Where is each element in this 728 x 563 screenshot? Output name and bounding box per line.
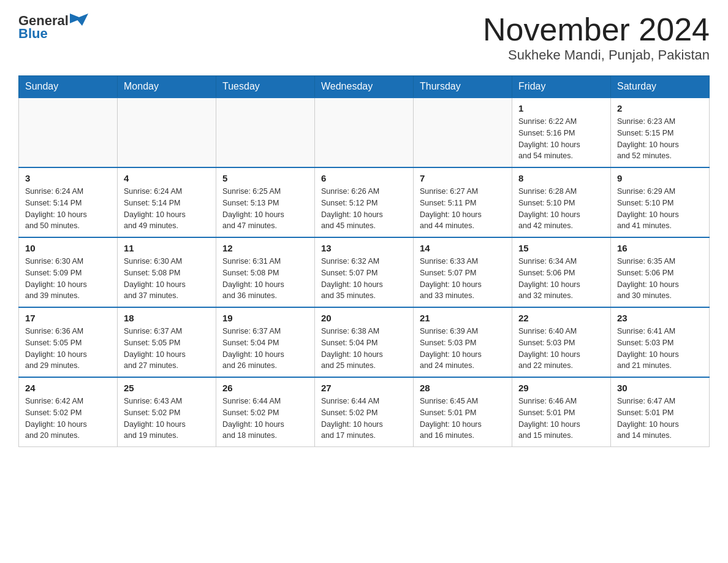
day-info: Sunrise: 6:30 AMSunset: 5:08 PMDaylight:…: [124, 256, 210, 302]
calendar-cell: 29Sunrise: 6:46 AMSunset: 5:01 PMDayligh…: [512, 377, 611, 447]
day-number: 26: [222, 383, 308, 393]
logo-flag-icon: [70, 13, 89, 29]
calendar-cell: [216, 98, 315, 167]
day-number: 23: [617, 313, 703, 323]
day-number: 15: [518, 243, 604, 253]
day-number: 21: [420, 313, 506, 323]
calendar-cell: 3Sunrise: 6:24 AMSunset: 5:14 PMDaylight…: [19, 167, 118, 237]
day-info: Sunrise: 6:35 AMSunset: 5:06 PMDaylight:…: [617, 256, 703, 302]
day-number: 14: [420, 243, 506, 253]
day-number: 3: [25, 173, 111, 183]
calendar-cell: [414, 98, 512, 167]
day-number: 4: [124, 173, 210, 183]
calendar-subtitle: Sukheke Mandi, Punjab, Pakistan: [483, 47, 710, 63]
calendar-cell: 22Sunrise: 6:40 AMSunset: 5:03 PMDayligh…: [512, 307, 611, 377]
day-number: 29: [518, 383, 604, 393]
calendar-cell: 27Sunrise: 6:44 AMSunset: 5:02 PMDayligh…: [315, 377, 414, 447]
day-info: Sunrise: 6:31 AMSunset: 5:08 PMDaylight:…: [222, 256, 308, 302]
calendar-cell: [19, 98, 118, 167]
day-info: Sunrise: 6:37 AMSunset: 5:05 PMDaylight:…: [124, 326, 210, 372]
day-number: 28: [420, 383, 506, 393]
column-header-wednesday: Wednesday: [315, 76, 414, 98]
calendar-cell: 18Sunrise: 6:37 AMSunset: 5:05 PMDayligh…: [118, 307, 216, 377]
calendar-cell: 11Sunrise: 6:30 AMSunset: 5:08 PMDayligh…: [118, 237, 216, 307]
day-info: Sunrise: 6:40 AMSunset: 5:03 PMDaylight:…: [518, 326, 604, 372]
day-number: 5: [222, 173, 308, 183]
day-info: Sunrise: 6:32 AMSunset: 5:07 PMDaylight:…: [321, 256, 407, 302]
calendar-cell: 26Sunrise: 6:44 AMSunset: 5:02 PMDayligh…: [216, 377, 315, 447]
day-info: Sunrise: 6:42 AMSunset: 5:02 PMDaylight:…: [25, 396, 111, 442]
calendar-cell: 9Sunrise: 6:29 AMSunset: 5:10 PMDaylight…: [611, 167, 710, 237]
column-header-sunday: Sunday: [19, 76, 118, 98]
day-number: 1: [518, 103, 604, 113]
day-number: 18: [124, 313, 210, 323]
calendar-cell: 10Sunrise: 6:30 AMSunset: 5:09 PMDayligh…: [19, 237, 118, 307]
day-number: 20: [321, 313, 407, 323]
day-info: Sunrise: 6:27 AMSunset: 5:11 PMDaylight:…: [420, 186, 506, 232]
day-number: 7: [420, 173, 506, 183]
week-row-2: 3Sunrise: 6:24 AMSunset: 5:14 PMDaylight…: [19, 167, 710, 237]
day-number: 10: [25, 243, 111, 253]
calendar-cell: 2Sunrise: 6:23 AMSunset: 5:15 PMDaylight…: [611, 98, 710, 167]
day-number: 19: [222, 313, 308, 323]
calendar-cell: 13Sunrise: 6:32 AMSunset: 5:07 PMDayligh…: [315, 237, 414, 307]
calendar-title: November 2024: [483, 12, 710, 47]
day-info: Sunrise: 6:41 AMSunset: 5:03 PMDaylight:…: [617, 326, 703, 372]
column-header-friday: Friday: [512, 76, 611, 98]
calendar-cell: 16Sunrise: 6:35 AMSunset: 5:06 PMDayligh…: [611, 237, 710, 307]
day-info: Sunrise: 6:25 AMSunset: 5:13 PMDaylight:…: [222, 186, 308, 232]
day-info: Sunrise: 6:45 AMSunset: 5:01 PMDaylight:…: [420, 396, 506, 442]
day-number: 22: [518, 313, 604, 323]
calendar-cell: 5Sunrise: 6:25 AMSunset: 5:13 PMDaylight…: [216, 167, 315, 237]
calendar-cell: 4Sunrise: 6:24 AMSunset: 5:14 PMDaylight…: [118, 167, 216, 237]
calendar-cell: [118, 98, 216, 167]
column-header-saturday: Saturday: [611, 76, 710, 98]
title-block: November 2024 Sukheke Mandi, Punjab, Pak…: [483, 12, 710, 63]
calendar-cell: 24Sunrise: 6:42 AMSunset: 5:02 PMDayligh…: [19, 377, 118, 447]
day-info: Sunrise: 6:34 AMSunset: 5:06 PMDaylight:…: [518, 256, 604, 302]
calendar-cell: 15Sunrise: 6:34 AMSunset: 5:06 PMDayligh…: [512, 237, 611, 307]
svg-marker-1: [76, 13, 88, 26]
day-number: 30: [617, 383, 703, 393]
day-number: 13: [321, 243, 407, 253]
day-info: Sunrise: 6:22 AMSunset: 5:16 PMDaylight:…: [518, 116, 604, 162]
calendar-cell: 12Sunrise: 6:31 AMSunset: 5:08 PMDayligh…: [216, 237, 315, 307]
day-number: 8: [518, 173, 604, 183]
column-header-thursday: Thursday: [414, 76, 512, 98]
day-number: 6: [321, 173, 407, 183]
calendar-cell: 14Sunrise: 6:33 AMSunset: 5:07 PMDayligh…: [414, 237, 512, 307]
logo-blue-text: Blue: [18, 27, 48, 40]
calendar-cell: 6Sunrise: 6:26 AMSunset: 5:12 PMDaylight…: [315, 167, 414, 237]
day-info: Sunrise: 6:24 AMSunset: 5:14 PMDaylight:…: [124, 186, 210, 232]
calendar-cell: 17Sunrise: 6:36 AMSunset: 5:05 PMDayligh…: [19, 307, 118, 377]
day-info: Sunrise: 6:23 AMSunset: 5:15 PMDaylight:…: [617, 116, 703, 162]
day-info: Sunrise: 6:36 AMSunset: 5:05 PMDaylight:…: [25, 326, 111, 372]
week-row-5: 24Sunrise: 6:42 AMSunset: 5:02 PMDayligh…: [19, 377, 710, 447]
day-info: Sunrise: 6:47 AMSunset: 5:01 PMDaylight:…: [617, 396, 703, 442]
day-info: Sunrise: 6:33 AMSunset: 5:07 PMDaylight:…: [420, 256, 506, 302]
calendar-cell: 20Sunrise: 6:38 AMSunset: 5:04 PMDayligh…: [315, 307, 414, 377]
calendar-table: SundayMondayTuesdayWednesdayThursdayFrid…: [18, 75, 710, 447]
day-info: Sunrise: 6:43 AMSunset: 5:02 PMDaylight:…: [124, 396, 210, 442]
logo: General Blue: [18, 12, 89, 40]
page-header: General Blue November 2024 Sukheke Mandi…: [18, 12, 710, 63]
calendar-cell: 30Sunrise: 6:47 AMSunset: 5:01 PMDayligh…: [611, 377, 710, 447]
day-number: 17: [25, 313, 111, 323]
week-row-4: 17Sunrise: 6:36 AMSunset: 5:05 PMDayligh…: [19, 307, 710, 377]
day-info: Sunrise: 6:38 AMSunset: 5:04 PMDaylight:…: [321, 326, 407, 372]
day-info: Sunrise: 6:24 AMSunset: 5:14 PMDaylight:…: [25, 186, 111, 232]
calendar-cell: 28Sunrise: 6:45 AMSunset: 5:01 PMDayligh…: [414, 377, 512, 447]
week-row-1: 1Sunrise: 6:22 AMSunset: 5:16 PMDaylight…: [19, 98, 710, 167]
day-number: 27: [321, 383, 407, 393]
column-header-tuesday: Tuesday: [216, 76, 315, 98]
day-info: Sunrise: 6:29 AMSunset: 5:10 PMDaylight:…: [617, 186, 703, 232]
day-number: 2: [617, 103, 703, 113]
day-info: Sunrise: 6:46 AMSunset: 5:01 PMDaylight:…: [518, 396, 604, 442]
day-info: Sunrise: 6:26 AMSunset: 5:12 PMDaylight:…: [321, 186, 407, 232]
day-info: Sunrise: 6:44 AMSunset: 5:02 PMDaylight:…: [222, 396, 308, 442]
day-info: Sunrise: 6:44 AMSunset: 5:02 PMDaylight:…: [321, 396, 407, 442]
calendar-cell: 19Sunrise: 6:37 AMSunset: 5:04 PMDayligh…: [216, 307, 315, 377]
calendar-cell: 21Sunrise: 6:39 AMSunset: 5:03 PMDayligh…: [414, 307, 512, 377]
calendar-cell: 8Sunrise: 6:28 AMSunset: 5:10 PMDaylight…: [512, 167, 611, 237]
day-number: 11: [124, 243, 210, 253]
